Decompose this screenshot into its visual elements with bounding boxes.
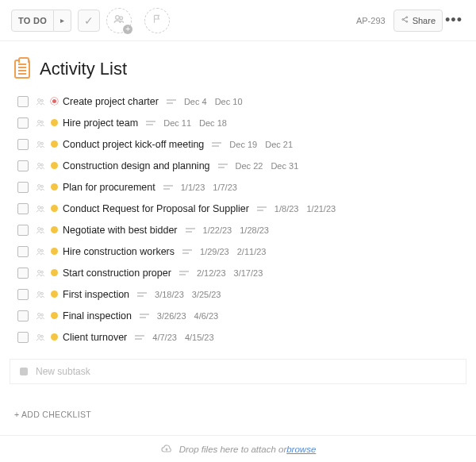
priority-button[interactable] xyxy=(144,8,170,33)
task-checkbox[interactable] xyxy=(17,182,29,193)
new-subtask-input[interactable]: New subtask xyxy=(10,359,466,384)
task-title[interactable]: Start construction proper xyxy=(63,268,171,279)
task-end-date[interactable]: 4/15/23 xyxy=(185,333,214,342)
task-start-date[interactable]: 4/7/23 xyxy=(152,333,177,342)
add-checklist-button[interactable]: + ADD CHECKLIST xyxy=(0,384,476,419)
description-icon[interactable] xyxy=(137,291,147,298)
task-checkbox[interactable] xyxy=(17,310,29,321)
task-start-date[interactable]: 1/8/23 xyxy=(274,204,299,214)
task-end-date[interactable]: 3/25/23 xyxy=(192,290,221,299)
task-checkbox[interactable] xyxy=(17,203,29,214)
status-dot[interactable] xyxy=(51,312,58,319)
task-start-date[interactable]: Dec 11 xyxy=(163,118,191,128)
task-title[interactable]: Conduct Request for Proposal for Supplie… xyxy=(63,203,249,214)
assign-icon[interactable] xyxy=(35,203,46,214)
description-icon[interactable] xyxy=(146,120,155,126)
description-icon[interactable] xyxy=(163,184,173,191)
status-dot[interactable] xyxy=(51,205,58,212)
task-start-date[interactable]: Dec 22 xyxy=(236,161,263,171)
task-title[interactable]: Negotiate with best bidder xyxy=(63,225,178,236)
task-start-date[interactable]: 3/18/23 xyxy=(155,290,184,299)
status-next-button[interactable]: ▸ xyxy=(54,10,71,32)
task-title[interactable]: Final inspection xyxy=(63,310,132,321)
assign-icon[interactable] xyxy=(35,310,46,321)
assign-icon[interactable] xyxy=(35,268,46,279)
task-row[interactable]: Hire construction workers1/29/232/11/23 xyxy=(17,241,462,262)
task-row[interactable]: Construction design and planningDec 22De… xyxy=(17,155,462,176)
task-checkbox[interactable] xyxy=(17,268,29,279)
assign-icon[interactable] xyxy=(35,160,46,171)
description-icon[interactable] xyxy=(186,227,195,233)
task-row[interactable]: First inspection3/18/233/25/23 xyxy=(17,283,462,305)
status-button[interactable]: TO DO xyxy=(11,10,54,32)
task-row[interactable]: Create project charterDec 4Dec 10 xyxy=(17,90,462,112)
description-icon[interactable] xyxy=(167,98,176,105)
task-end-date[interactable]: 4/6/23 xyxy=(194,311,219,321)
description-icon[interactable] xyxy=(179,270,189,276)
assign-icon[interactable] xyxy=(35,225,46,236)
task-checkbox[interactable] xyxy=(17,289,29,300)
status-dot[interactable] xyxy=(51,141,58,148)
task-title[interactable]: Hire project team xyxy=(63,117,138,129)
assign-icon[interactable] xyxy=(35,182,46,193)
task-end-date[interactable]: 1/7/23 xyxy=(213,183,237,192)
task-end-date[interactable]: 1/28/23 xyxy=(240,225,269,235)
task-checkbox[interactable] xyxy=(17,96,29,107)
task-start-date[interactable]: 1/22/23 xyxy=(203,225,232,235)
task-start-date[interactable]: Dec 4 xyxy=(184,97,207,106)
description-icon[interactable] xyxy=(257,206,267,212)
task-title[interactable]: Create project charter xyxy=(63,96,159,107)
status-dot[interactable] xyxy=(51,183,58,191)
page-title[interactable]: Activity List xyxy=(40,59,127,79)
task-row[interactable]: Plan for procurement1/1/231/7/23 xyxy=(17,176,462,198)
task-row[interactable]: Conduct project kick-off meetingDec 19De… xyxy=(17,133,462,155)
task-end-date[interactable]: 1/21/23 xyxy=(306,204,336,214)
description-icon[interactable] xyxy=(182,248,192,255)
more-button[interactable]: ••• xyxy=(443,10,465,32)
assign-icon[interactable] xyxy=(35,139,46,150)
assign-icon[interactable] xyxy=(35,96,46,107)
task-checkbox[interactable] xyxy=(17,225,29,236)
task-title[interactable]: Plan for procurement xyxy=(63,182,155,193)
task-row[interactable]: Negotiate with best bidder1/22/231/28/23 xyxy=(17,219,462,241)
share-button[interactable]: Share xyxy=(393,10,443,32)
task-end-date[interactable]: 2/11/23 xyxy=(237,247,267,256)
status-dot[interactable] xyxy=(51,291,58,298)
assign-icon[interactable] xyxy=(35,289,46,300)
complete-button[interactable]: ✓ xyxy=(78,10,100,32)
status-dot[interactable] xyxy=(51,98,58,105)
task-start-date[interactable]: Dec 19 xyxy=(229,140,257,149)
task-end-date[interactable]: Dec 21 xyxy=(265,140,293,149)
task-start-date[interactable]: 3/26/23 xyxy=(157,311,186,321)
task-checkbox[interactable] xyxy=(17,246,29,257)
description-icon[interactable] xyxy=(212,141,221,148)
task-row[interactable]: Hire project teamDec 11Dec 18 xyxy=(17,112,462,133)
dropzone[interactable]: Drop files here to attach or browse xyxy=(0,435,476,462)
task-checkbox[interactable] xyxy=(17,160,29,171)
description-icon[interactable] xyxy=(140,313,149,319)
assign-icon[interactable] xyxy=(35,332,46,343)
description-icon[interactable] xyxy=(218,163,228,169)
task-end-date[interactable]: Dec 18 xyxy=(199,118,227,128)
task-checkbox[interactable] xyxy=(17,117,29,129)
assign-icon[interactable] xyxy=(35,246,46,257)
task-start-date[interactable]: 1/29/23 xyxy=(200,247,229,256)
task-title[interactable]: First inspection xyxy=(63,289,129,300)
status-dot[interactable] xyxy=(51,248,58,255)
task-end-date[interactable]: Dec 31 xyxy=(271,161,298,171)
task-row[interactable]: Conduct Request for Proposal for Supplie… xyxy=(17,198,462,219)
status-dot[interactable] xyxy=(51,269,58,276)
status-dot[interactable] xyxy=(51,162,58,169)
task-row[interactable]: Start construction proper2/12/233/17/23 xyxy=(17,262,462,283)
task-title[interactable]: Construction design and planning xyxy=(63,160,210,171)
task-title[interactable]: Conduct project kick-off meeting xyxy=(63,139,204,150)
task-checkbox[interactable] xyxy=(17,139,29,150)
assignees-button[interactable]: + xyxy=(106,8,132,33)
status-dot[interactable] xyxy=(51,226,58,233)
status-dot[interactable] xyxy=(51,333,58,341)
task-end-date[interactable]: 3/17/23 xyxy=(234,268,263,278)
task-title[interactable]: Hire construction workers xyxy=(63,246,175,257)
browse-link[interactable]: browse xyxy=(286,445,316,454)
task-row[interactable]: Final inspection3/26/234/6/23 xyxy=(17,305,462,326)
description-icon[interactable] xyxy=(135,334,144,341)
